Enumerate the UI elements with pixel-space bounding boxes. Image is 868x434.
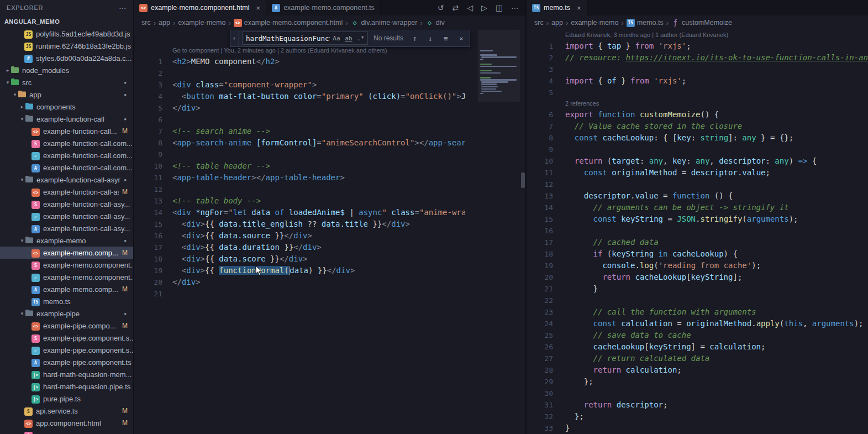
line-number[interactable]: 14 xyxy=(134,207,172,218)
file-item[interactable]: Sexample-memo.component... xyxy=(0,259,133,271)
code-line[interactable]: 18 if (keyString in cacheLookup) { xyxy=(527,248,868,260)
line-number[interactable]: 23 xyxy=(527,306,565,318)
code-line[interactable]: 29 }; xyxy=(527,376,868,388)
project-section-header[interactable]: ANGULAR_MEMO xyxy=(0,15,133,28)
scrollbar[interactable] xyxy=(520,30,525,434)
code-line[interactable]: 23 // call the function with arguments xyxy=(527,306,868,318)
code-line[interactable]: 3 xyxy=(527,64,868,75)
code-line[interactable]: 7 // Value cache stored in the closure xyxy=(527,121,868,132)
line-number[interactable]: 21 xyxy=(134,288,172,300)
editor-left[interactable]: Go to component | You, 2 minutes ago | 2… xyxy=(134,30,525,434)
folder-item[interactable]: ▾example-function-call● xyxy=(0,113,133,125)
code-line[interactable]: 6export function customMemoize() { xyxy=(527,109,868,121)
file-item[interactable]: JSpolyfills.5ad1ecfe49ab8d3d.js xyxy=(0,28,133,40)
code-line[interactable]: 3<div class="component-wrapper"> xyxy=(134,79,465,91)
line-number[interactable]: 11 xyxy=(134,172,172,184)
line-number[interactable]: 10 xyxy=(527,155,565,167)
line-number[interactable]: 30 xyxy=(527,388,565,399)
code-line[interactable]: 10 return (target: any, key: any, descri… xyxy=(527,155,868,167)
code-line[interactable]: 25 // save data to cache xyxy=(527,330,868,341)
timeline-icon[interactable]: ↺ xyxy=(438,3,444,12)
regex-icon[interactable]: .* xyxy=(355,33,366,44)
line-number[interactable]: 2 xyxy=(134,67,172,79)
code-line[interactable]: 30 xyxy=(527,388,868,399)
code-line[interactable]: 12 xyxy=(527,179,868,190)
code-line[interactable]: 6 xyxy=(134,114,465,126)
file-item[interactable]: Aexample-function-call-asy... xyxy=(0,222,133,234)
file-item[interactable]: ✓example-pipe.component.s... xyxy=(0,344,133,356)
code-line[interactable]: 8<app-search-anime [formControl]="animeS… xyxy=(134,137,465,149)
code-line[interactable]: 9 xyxy=(134,149,465,160)
line-number[interactable]: 16 xyxy=(134,230,172,242)
line-number[interactable]: 5 xyxy=(134,102,172,114)
line-number[interactable]: 31 xyxy=(527,399,565,411)
file-item[interactable]: ✓example-memo.component... xyxy=(0,271,133,283)
breadcrumb-item[interactable]: ◇div xyxy=(425,19,445,27)
line-number[interactable]: 8 xyxy=(527,132,565,144)
breadcrumb-item[interactable]: src xyxy=(534,19,544,27)
line-number[interactable]: 3 xyxy=(134,79,172,91)
explorer-more-actions-icon[interactable]: ⋯ xyxy=(119,3,127,12)
line-number[interactable]: 25 xyxy=(527,330,565,341)
code-line[interactable]: 11 const originalMethod = descriptor.val… xyxy=(527,167,868,179)
code-line[interactable]: 19 console.log('reading from cache'); xyxy=(527,260,868,271)
match-case-icon[interactable]: Aa xyxy=(331,33,342,44)
breadcrumb-item[interactable]: ƒcustomMemoize xyxy=(671,19,732,27)
line-number[interactable]: 26 xyxy=(527,341,565,353)
code-line[interactable]: 32 }; xyxy=(527,411,868,422)
file-item[interactable]: JSruntime.62746b18a13fe2bb.js xyxy=(0,40,133,52)
line-number[interactable]: 32 xyxy=(527,411,565,422)
line-number[interactable]: 33 xyxy=(527,422,565,434)
file-item[interactable]: ✓example-function-call-asy... xyxy=(0,210,133,222)
file-item[interactable]: |>pure.pipe.ts xyxy=(0,393,133,405)
file-item[interactable]: <>example-pipe.compo...M xyxy=(0,320,133,332)
line-number[interactable]: 8 xyxy=(134,137,172,149)
file-item[interactable]: Aexample-memo.comp...M xyxy=(0,283,133,295)
folder-item[interactable]: ▾example-function-call-async● xyxy=(0,174,133,186)
line-number[interactable]: 15 xyxy=(527,213,565,225)
line-number[interactable]: 3 xyxy=(527,64,565,75)
codelens-references[interactable]: 2 references xyxy=(565,98,868,109)
line-number[interactable]: 12 xyxy=(134,184,172,195)
line-number[interactable]: 1 xyxy=(134,56,172,67)
folder-item[interactable]: ▾app● xyxy=(0,88,133,101)
folder-item[interactable]: ▾src● xyxy=(0,76,133,88)
code-line[interactable]: 20 return cacheLookup[keyString]; xyxy=(527,271,868,283)
breadcrumb-item[interactable]: app xyxy=(159,19,170,27)
code-line[interactable]: 17 <div>{{ data.duration }}</div> xyxy=(134,242,465,253)
split-editor-icon[interactable]: ◫ xyxy=(496,3,503,12)
code-line[interactable]: 22 xyxy=(527,295,868,306)
code-line[interactable]: 8 const cacheLookup: { [key: string]: an… xyxy=(527,132,868,144)
code-line[interactable]: 27 // return calculated data xyxy=(527,353,868,364)
line-number[interactable]: 15 xyxy=(134,218,172,230)
file-item[interactable]: <>example-memo.comp...M xyxy=(0,247,133,259)
run-file-icon[interactable]: ▷ xyxy=(481,3,487,12)
code-line[interactable]: 28 return calculation; xyxy=(527,364,868,376)
file-item[interactable]: |>hard-math-equasion.pipe.ts xyxy=(0,380,133,393)
editor-right[interactable]: Eduard Krivanek, 3 months ago | 1 author… xyxy=(527,30,868,434)
code-line[interactable]: 13<!-- table body --> xyxy=(134,195,465,207)
code-line[interactable]: 14 // arguments can be object -> stringi… xyxy=(527,202,868,213)
line-number[interactable]: 20 xyxy=(134,276,172,288)
code-line[interactable]: 21 } xyxy=(527,283,868,295)
code-line[interactable]: 4 <button mat-flat-button color="primary… xyxy=(134,91,465,102)
line-number[interactable]: 5 xyxy=(527,87,565,98)
find-close-icon[interactable]: × xyxy=(455,33,467,44)
line-number[interactable]: 11 xyxy=(527,167,565,179)
scrollbar-thumb[interactable] xyxy=(521,172,525,188)
file-item[interactable]: #styles.6db00a0da224a8da.c... xyxy=(0,52,133,64)
code-line[interactable]: 9 xyxy=(527,144,868,155)
code-line[interactable]: 19 <div>{{ functionNormal(data) }}</div> xyxy=(134,265,465,276)
line-number[interactable]: 6 xyxy=(527,109,565,121)
previous-change-icon[interactable]: ◁ xyxy=(467,3,473,12)
folder-item[interactable]: ▾example-pipe● xyxy=(0,307,133,320)
find-input[interactable]: hardMathEquasionFunct Aa ab .* xyxy=(242,32,368,45)
code-line[interactable]: 16 xyxy=(527,225,868,237)
file-item[interactable]: ✓example-function-call.com... xyxy=(0,149,133,161)
file-item[interactable]: TSmemo.ts xyxy=(0,295,133,307)
editor-tab[interactable]: TSmemo.ts× xyxy=(527,0,587,15)
code-line[interactable]: 26 cacheLookup[keyString] = calculation; xyxy=(527,341,868,353)
file-item[interactable]: Aexample-function-call.com... xyxy=(0,161,133,174)
line-number[interactable]: 19 xyxy=(527,260,565,271)
line-number[interactable]: 4 xyxy=(134,91,172,102)
